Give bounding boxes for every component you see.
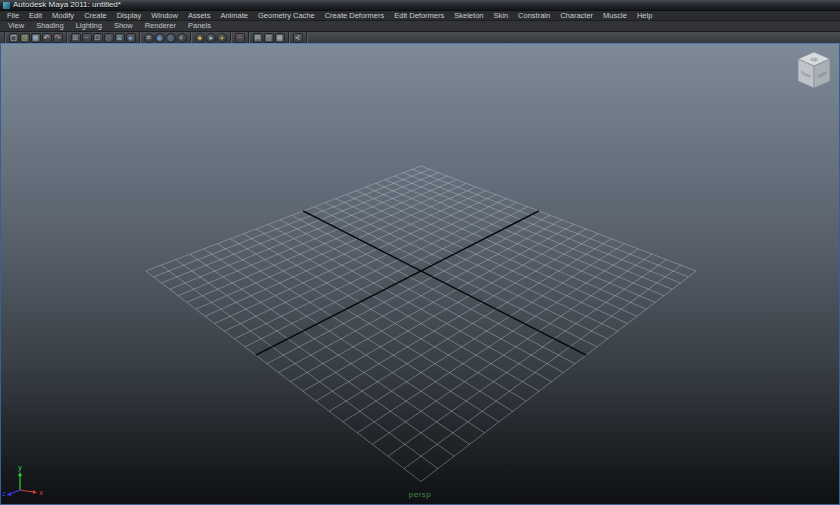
menu-geometry-cache[interactable]: Geometry Cache xyxy=(253,12,320,20)
menu-window[interactable]: Window xyxy=(146,12,183,20)
toolbar-group-separator[interactable] xyxy=(188,32,193,43)
toolbar-group-separator[interactable] xyxy=(137,32,142,43)
snap-to-points-icon[interactable]: ⊡ xyxy=(93,33,103,43)
undo-icon[interactable]: ↶ xyxy=(42,33,52,43)
highlight-selection-icon[interactable]: ● xyxy=(195,33,205,43)
view-cube[interactable]: topfrontright xyxy=(792,50,836,96)
title-bar: Autodesk Maya 2011: untitled* xyxy=(0,0,840,11)
snap-to-grids-icon[interactable]: ⊞ xyxy=(71,33,81,43)
panel-menu-renderer[interactable]: Renderer xyxy=(139,22,182,30)
panel-menu-panels[interactable]: Panels xyxy=(182,22,217,30)
menu-animate[interactable]: Animate xyxy=(215,12,253,20)
window-title: Autodesk Maya 2011: untitled* xyxy=(13,1,121,9)
toolbar-group-separator[interactable] xyxy=(64,32,69,43)
svg-text:top: top xyxy=(811,56,818,62)
panel-menu-bar: ViewShadingLightingShowRendererPanels xyxy=(0,21,840,32)
menu-skin[interactable]: Skin xyxy=(488,12,513,20)
ipr-render-icon[interactable]: ◎ xyxy=(166,33,176,43)
svg-text:y: y xyxy=(18,464,22,472)
share-icon[interactable]: ≺ xyxy=(293,33,303,43)
toolbar-group-separator[interactable] xyxy=(228,32,233,43)
maya-app-icon xyxy=(3,2,10,9)
menu-display[interactable]: Display xyxy=(112,12,147,20)
menu-skeleton[interactable]: Skeleton xyxy=(449,12,488,20)
ground-plane-grid xyxy=(1,44,839,504)
toolbar-group-separator[interactable] xyxy=(246,32,251,43)
status-line-toolbar: ▢▨▦↶↷⊞~⊡◇⊠◈≡◉◎◐●●◕+▤▥▦≺ xyxy=(0,32,840,43)
save-scene-icon[interactable]: ▦ xyxy=(31,33,41,43)
panel-menu-lighting[interactable]: Lighting xyxy=(70,22,108,30)
menu-create-deformers[interactable]: Create Deformers xyxy=(320,12,390,20)
panel-menu-view[interactable]: View xyxy=(2,22,30,30)
show-manipulator-icon[interactable]: + xyxy=(235,33,245,43)
menu-assets[interactable]: Assets xyxy=(183,12,216,20)
construction-history-icon[interactable]: ≡ xyxy=(144,33,154,43)
menu-edit[interactable]: Edit xyxy=(24,12,47,20)
snap-to-planes-icon[interactable]: ◇ xyxy=(104,33,114,43)
menu-edit-deformers[interactable]: Edit Deformers xyxy=(389,12,449,20)
component-mode-icon[interactable]: ◕ xyxy=(217,33,227,43)
make-live-icon[interactable]: ◈ xyxy=(126,33,136,43)
toolbar-group-separator[interactable] xyxy=(304,32,309,43)
object-mode-icon[interactable]: ● xyxy=(206,33,216,43)
redo-icon[interactable]: ↷ xyxy=(53,33,63,43)
menu-file[interactable]: File xyxy=(2,12,24,20)
snap-to-curves-icon[interactable]: ~ xyxy=(82,33,92,43)
new-scene-icon[interactable]: ▢ xyxy=(9,33,19,43)
tool-settings-icon[interactable]: ▥ xyxy=(264,33,274,43)
snap-to-view-icon[interactable]: ⊠ xyxy=(115,33,125,43)
camera-name-label: persp xyxy=(1,491,839,499)
menu-muscle[interactable]: Muscle xyxy=(598,12,632,20)
open-scene-icon[interactable]: ▨ xyxy=(20,33,30,43)
channel-box-icon[interactable]: ▦ xyxy=(275,33,285,43)
menu-create[interactable]: Create xyxy=(79,12,112,20)
perspective-viewport[interactable]: topfrontright yxz persp xyxy=(0,43,840,505)
attribute-editor-icon[interactable]: ▤ xyxy=(253,33,263,43)
render-current-frame-icon[interactable]: ◉ xyxy=(155,33,165,43)
panel-menu-shading[interactable]: Shading xyxy=(30,22,70,30)
menu-character[interactable]: Character xyxy=(555,12,598,20)
render-settings-icon[interactable]: ◐ xyxy=(177,33,187,43)
main-menu-bar: FileEditModifyCreateDisplayWindowAssetsA… xyxy=(0,11,840,21)
toolbar-group-separator[interactable] xyxy=(286,32,291,43)
maya-window: Autodesk Maya 2011: untitled* FileEditMo… xyxy=(0,0,840,505)
menu-help[interactable]: Help xyxy=(632,12,657,20)
menu-modify[interactable]: Modify xyxy=(47,12,79,20)
panel-menu-show[interactable]: Show xyxy=(108,22,139,30)
toolbar-group-separator[interactable] xyxy=(2,32,7,43)
menu-constrain[interactable]: Constrain xyxy=(513,12,555,20)
